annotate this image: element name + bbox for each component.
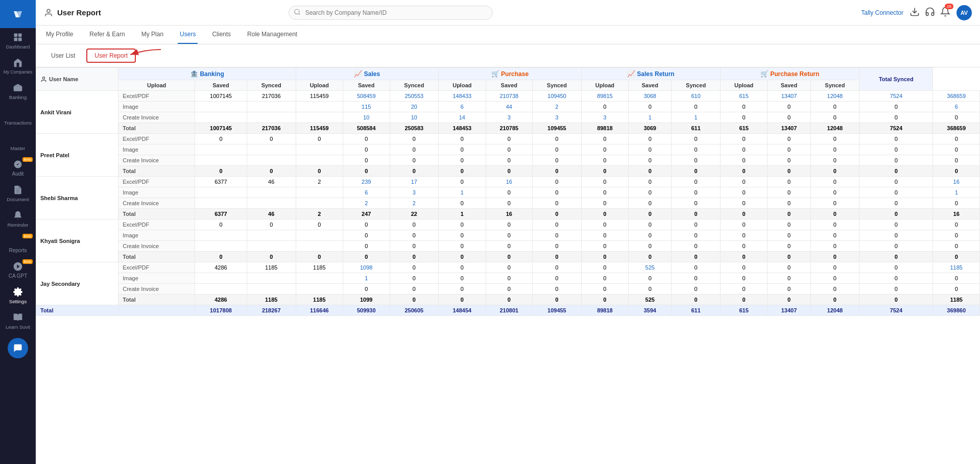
sub-tab-user-report[interactable]: User Report bbox=[86, 48, 136, 63]
data-cell bbox=[296, 155, 343, 166]
tab-my-profile[interactable]: My Profile bbox=[44, 26, 75, 44]
data-cell: 250583 bbox=[390, 123, 439, 134]
data-cell: 0 bbox=[859, 230, 933, 241]
chat-button[interactable] bbox=[8, 338, 28, 358]
data-cell: 0 bbox=[581, 219, 628, 230]
data-cell: 0 bbox=[581, 295, 628, 305]
tab-clients[interactable]: Clients bbox=[210, 26, 233, 44]
tab-users[interactable]: Users bbox=[178, 26, 198, 44]
data-cell: 115459 bbox=[296, 123, 343, 134]
row-type-cell: Image bbox=[118, 144, 195, 155]
user-name-cell: Ankit Virani bbox=[36, 91, 118, 134]
data-cell: 0 bbox=[933, 252, 980, 262]
data-cell: 0 bbox=[486, 252, 533, 262]
row-type-cell: Excel/PDF bbox=[118, 134, 195, 144]
data-cell: 0 bbox=[581, 155, 628, 166]
data-cell: 3 bbox=[581, 112, 628, 123]
data-cell bbox=[296, 144, 343, 155]
data-cell: 0 bbox=[672, 155, 721, 166]
data-cell: 0 bbox=[439, 262, 486, 273]
data-cell: 0 bbox=[768, 295, 810, 305]
data-cell: 0 bbox=[720, 177, 767, 187]
sidebar-item-my-companies[interactable]: My Companies bbox=[0, 54, 36, 79]
data-cell: 525 bbox=[629, 295, 672, 305]
data-cell: 0 bbox=[672, 295, 721, 305]
data-cell: 0 bbox=[247, 166, 296, 177]
svg-point-6 bbox=[47, 9, 50, 12]
sidebar-item-master[interactable]: Master bbox=[0, 130, 36, 155]
sidebar-item-transactions[interactable]: Transactions bbox=[0, 104, 36, 130]
data-cell: 3069 bbox=[629, 123, 672, 134]
data-cell: 0 bbox=[810, 273, 859, 284]
data-cell bbox=[247, 112, 296, 123]
tab-refer-earn[interactable]: Refer & Earn bbox=[87, 26, 127, 44]
data-cell: 0 bbox=[672, 102, 721, 112]
data-cell: 1185 bbox=[247, 262, 296, 273]
data-cell bbox=[195, 230, 247, 241]
data-cell: 148433 bbox=[439, 91, 486, 102]
data-cell: 1185 bbox=[933, 295, 980, 305]
data-cell: 0 bbox=[343, 166, 390, 177]
data-cell: 0 bbox=[533, 219, 582, 230]
tab-role-management[interactable]: Role Management bbox=[245, 26, 299, 44]
sidebar-item-audit[interactable]: Beta Audit bbox=[0, 155, 36, 181]
col-sales-saved: Saved bbox=[343, 80, 390, 91]
search-input[interactable] bbox=[289, 6, 493, 20]
data-cell bbox=[296, 230, 343, 241]
data-cell: 109455 bbox=[533, 123, 582, 134]
grand-total-cell: 13407 bbox=[768, 305, 810, 316]
download-icon-btn[interactable] bbox=[910, 7, 920, 18]
sidebar-item-document[interactable]: Document bbox=[0, 181, 36, 206]
sidebar-item-banking[interactable]: Banking bbox=[0, 79, 36, 104]
sub-tab-user-list[interactable]: User List bbox=[44, 50, 82, 62]
data-cell: 508459 bbox=[343, 91, 390, 102]
data-cell bbox=[247, 198, 296, 209]
data-cell: 0 bbox=[486, 134, 533, 144]
col-banking-synced: Synced bbox=[247, 80, 296, 91]
data-cell: 0 bbox=[933, 219, 980, 230]
grand-total-cell: 7524 bbox=[859, 305, 933, 316]
data-cell bbox=[195, 144, 247, 155]
data-cell: 0 bbox=[581, 134, 628, 144]
sidebar-item-settings[interactable]: Settings bbox=[0, 283, 36, 308]
data-cell: 0 bbox=[672, 241, 721, 252]
data-cell: 6 bbox=[343, 187, 390, 198]
app-logo[interactable] bbox=[0, 0, 36, 28]
sidebar-item-learn-suvit[interactable]: Learn Suvit bbox=[0, 308, 36, 334]
data-cell: 0 bbox=[247, 252, 296, 262]
data-cell: 13407 bbox=[768, 91, 810, 102]
data-cell: 0 bbox=[672, 252, 721, 262]
data-cell: 3 bbox=[533, 112, 582, 123]
data-cell: 0 bbox=[859, 262, 933, 273]
data-cell: 0 bbox=[486, 284, 533, 295]
data-cell: 115 bbox=[343, 102, 390, 112]
user-name-cell: Preet Patel bbox=[36, 134, 118, 177]
sidebar-item-reports[interactable]: Beta Reports bbox=[0, 232, 36, 257]
row-type-cell: Excel/PDF bbox=[118, 177, 195, 187]
data-cell: 0 bbox=[343, 144, 390, 155]
sidebar-item-reminder[interactable]: Reminder bbox=[0, 206, 36, 232]
data-cell: 16 bbox=[933, 209, 980, 219]
data-cell: 89815 bbox=[581, 91, 628, 102]
data-cell bbox=[296, 284, 343, 295]
data-cell: 0 bbox=[390, 134, 439, 144]
data-cell: 0 bbox=[486, 262, 533, 273]
sidebar-item-ca-gpt[interactable]: Beta CA GPT bbox=[0, 257, 36, 283]
tab-my-plan[interactable]: My Plan bbox=[139, 26, 165, 44]
data-cell: 0 bbox=[859, 273, 933, 284]
header-icons: 28 bbox=[910, 7, 950, 18]
data-cell: 0 bbox=[810, 198, 859, 209]
data-cell: 0 bbox=[581, 187, 628, 198]
headset-icon-btn[interactable] bbox=[925, 7, 935, 18]
svg-rect-1 bbox=[14, 34, 18, 37]
row-type-cell: Total bbox=[118, 209, 195, 219]
tally-connector-link[interactable]: Tally Connector bbox=[861, 9, 903, 16]
sidebar-item-dashboard[interactable]: Dashboard bbox=[0, 28, 36, 54]
avatar[interactable]: AV bbox=[957, 5, 972, 20]
notification-btn[interactable]: 28 bbox=[940, 7, 950, 18]
main-content: User Report Tally Connector 28 bbox=[36, 0, 980, 464]
data-cell: 2 bbox=[296, 209, 343, 219]
col-pr-upload: Upload bbox=[720, 80, 767, 91]
col-purchase-synced: Synced bbox=[533, 80, 582, 91]
data-cell: 0 bbox=[390, 241, 439, 252]
